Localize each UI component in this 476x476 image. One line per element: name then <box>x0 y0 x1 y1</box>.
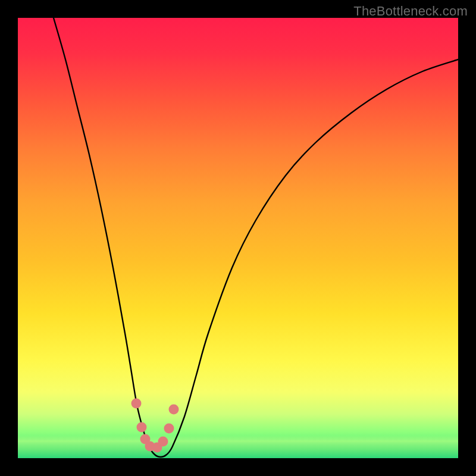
data-point <box>164 424 174 434</box>
data-point <box>158 437 168 447</box>
chart-plot-area <box>18 18 458 458</box>
data-point <box>137 422 147 433</box>
watermark-text: TheBottleneck.com <box>353 4 468 19</box>
data-point <box>131 399 142 409</box>
data-point-dots <box>18 18 458 458</box>
data-point <box>169 405 179 415</box>
